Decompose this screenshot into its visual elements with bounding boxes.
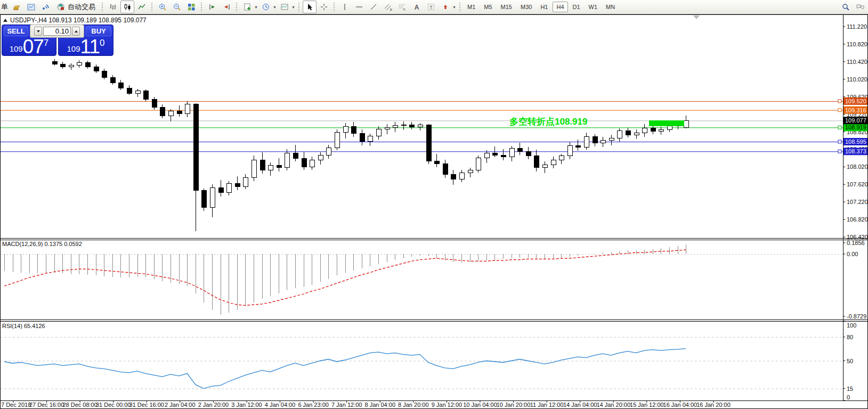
candle xyxy=(310,160,314,167)
timeframe-m1[interactable]: M1 xyxy=(464,2,479,12)
toolbar-grip[interactable] xyxy=(200,2,203,12)
mt4-window: 111.220110.820110.420110.020109.620109.2… xyxy=(0,0,868,409)
tile-windows-button[interactable] xyxy=(184,1,198,13)
arrows-tool-button[interactable] xyxy=(439,1,452,13)
candle xyxy=(94,67,99,71)
toolbar-grip[interactable] xyxy=(151,2,153,12)
vertical-line-button[interactable] xyxy=(338,1,352,13)
tile-windows-icon xyxy=(187,3,196,12)
toolbar-grip[interactable] xyxy=(333,2,336,12)
sell-button[interactable]: SELL xyxy=(4,26,28,36)
zoom-out-icon xyxy=(173,3,182,12)
line-chart-button[interactable] xyxy=(135,1,149,13)
candle xyxy=(584,137,589,148)
svg-text:110.820: 110.820 xyxy=(847,41,867,47)
equidistant-channel-button[interactable]: E xyxy=(381,1,395,13)
rect-annotation[interactable] xyxy=(649,120,684,126)
candle xyxy=(52,62,57,64)
chart-shift-icon xyxy=(208,3,217,12)
chart-shift-button[interactable] xyxy=(205,1,219,13)
timeframe-m30[interactable]: M30 xyxy=(517,2,536,12)
candle xyxy=(492,153,497,155)
timeframe-m15[interactable]: M15 xyxy=(497,2,516,12)
trendline-button[interactable] xyxy=(367,1,380,13)
zoom-in-button[interactable] xyxy=(156,1,169,13)
candle xyxy=(293,153,298,159)
bar-chart-button[interactable] xyxy=(106,1,120,13)
time-axis[interactable]: 7 Dec 201827 Dec 16:0028 Dec 08:0031 Dec… xyxy=(0,402,868,409)
candlestick-chart-button[interactable] xyxy=(120,1,134,13)
svg-text:T: T xyxy=(429,4,433,10)
volume-decrease-button[interactable] xyxy=(34,27,42,36)
candle xyxy=(476,158,481,170)
svg-text:109.316: 109.316 xyxy=(845,107,866,113)
svg-text:0.1856: 0.1856 xyxy=(847,240,865,246)
candle xyxy=(160,107,165,116)
templates-dropdown[interactable]: ▾ xyxy=(291,5,296,10)
template-icon xyxy=(280,3,289,12)
periods-dropdown[interactable]: ▾ xyxy=(272,5,277,10)
timeframe-mn[interactable]: MN xyxy=(602,2,619,12)
crosshair-button[interactable] xyxy=(317,1,331,13)
chart-canvas[interactable]: 111.220110.820110.420110.020109.620109.2… xyxy=(0,0,868,409)
new-chart-dropdown[interactable]: ▾ xyxy=(254,5,258,10)
timeframe-m5[interactable]: M5 xyxy=(480,2,496,12)
new-order-button[interactable]: 单 xyxy=(1,2,9,12)
candle xyxy=(60,64,65,67)
svg-text:A: A xyxy=(414,3,419,11)
horizontal-line-button[interactable] xyxy=(352,1,366,13)
rsi-label: RSI(14) 65.4126 xyxy=(2,323,45,329)
text-tool-button[interactable]: A xyxy=(410,1,424,13)
fibonacci-button[interactable]: F xyxy=(395,1,409,13)
candle xyxy=(501,155,506,157)
candle xyxy=(626,131,630,135)
svg-text:110.020: 110.020 xyxy=(847,76,867,83)
time-label: 7 Dec 2018 xyxy=(1,402,31,408)
new-chart-button[interactable] xyxy=(240,1,254,13)
time-label: 8 Jan 04:00 xyxy=(365,402,396,408)
cursor-button[interactable] xyxy=(303,1,317,13)
volume-input[interactable] xyxy=(43,27,71,36)
buy-button[interactable]: BUY xyxy=(86,26,111,36)
time-label: 7 Jan 12:00 xyxy=(331,402,362,408)
candle xyxy=(593,137,597,143)
arrows-dropdown[interactable]: ▾ xyxy=(452,5,457,10)
gold-bar-icon xyxy=(12,3,21,12)
candle xyxy=(343,127,348,133)
buy-price[interactable]: 109 11 0 xyxy=(59,38,112,55)
chat-button[interactable] xyxy=(853,1,867,13)
candle xyxy=(551,160,556,165)
toolbar-grip[interactable] xyxy=(459,2,461,12)
timeframe-h1[interactable]: H1 xyxy=(537,2,551,12)
toolbar-grip[interactable] xyxy=(298,2,301,12)
chat-icon xyxy=(856,3,865,12)
time-label: 2 Jan 20:00 xyxy=(198,402,229,408)
toolbar-grip[interactable] xyxy=(101,2,104,12)
svg-text:80: 80 xyxy=(847,334,853,340)
time-label: 14 Jan 04:00 xyxy=(563,402,597,408)
templates-button[interactable] xyxy=(278,1,291,13)
search-button[interactable] xyxy=(839,1,853,13)
auto-scroll-button[interactable] xyxy=(220,1,233,13)
candle xyxy=(409,125,414,127)
text-annotation[interactable]: 多空转折点108.919 xyxy=(509,116,587,127)
autotrade-button[interactable]: 自动交易 xyxy=(53,1,99,13)
new-order-gold-button[interactable] xyxy=(10,1,23,13)
sell-price[interactable]: 109 07 7 xyxy=(3,38,55,55)
toolbar-grip[interactable] xyxy=(236,2,238,12)
zoom-out-button[interactable] xyxy=(170,1,184,13)
macd-label: MACD(12,26,9) 0.1375 0.0592 xyxy=(2,241,82,247)
timeframe-group: M1M5M15M30H1H4D1W1MN xyxy=(464,2,619,12)
profile-button[interactable] xyxy=(24,1,38,13)
timeframe-w1[interactable]: W1 xyxy=(585,2,602,12)
timeframe-h4[interactable]: H4 xyxy=(553,2,567,12)
svg-text:106.820: 106.820 xyxy=(847,216,868,223)
candle xyxy=(609,138,614,141)
label-icon: T xyxy=(427,3,436,12)
signal-button[interactable] xyxy=(38,1,52,13)
volume-increase-button[interactable] xyxy=(72,27,80,36)
cursor-icon xyxy=(305,3,314,12)
periods-button[interactable] xyxy=(259,1,273,13)
timeframe-d1[interactable]: D1 xyxy=(569,2,584,12)
label-tool-button[interactable]: T xyxy=(424,1,438,13)
